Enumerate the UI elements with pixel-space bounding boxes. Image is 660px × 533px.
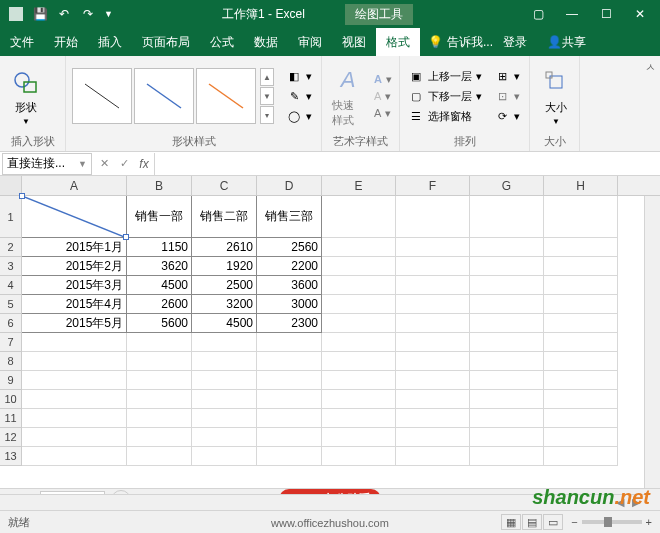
cell[interactable] <box>127 409 192 428</box>
row-header[interactable]: 5 <box>0 295 22 314</box>
cell[interactable] <box>322 238 396 257</box>
cell[interactable] <box>396 409 470 428</box>
cell[interactable] <box>544 196 618 238</box>
cell[interactable] <box>322 196 396 238</box>
cell[interactable] <box>192 371 257 390</box>
group-button[interactable]: ⊡▾ <box>492 87 522 105</box>
cell[interactable] <box>257 428 322 447</box>
cell[interactable] <box>322 333 396 352</box>
bring-forward-button[interactable]: ▣上移一层 ▾ <box>406 67 484 85</box>
row-header[interactable]: 3 <box>0 257 22 276</box>
col-header-g[interactable]: G <box>470 176 544 195</box>
cell[interactable]: 2200 <box>257 257 322 276</box>
cell[interactable] <box>470 390 544 409</box>
cell[interactable] <box>127 428 192 447</box>
rotate-button[interactable]: ⟳▾ <box>492 107 522 125</box>
cell[interactable] <box>470 447 544 466</box>
formula-bar[interactable] <box>154 153 660 175</box>
cell[interactable] <box>470 257 544 276</box>
col-header-d[interactable]: D <box>257 176 322 195</box>
cell[interactable] <box>22 390 127 409</box>
cell[interactable]: 3200 <box>192 295 257 314</box>
cell[interactable] <box>192 390 257 409</box>
row-header[interactable]: 8 <box>0 352 22 371</box>
tell-me[interactable]: 💡告诉我... <box>428 34 493 51</box>
cell[interactable] <box>22 447 127 466</box>
cell[interactable] <box>396 447 470 466</box>
save-icon[interactable]: 💾 <box>32 6 48 22</box>
shape-style-3[interactable] <box>196 68 256 124</box>
cell[interactable] <box>396 238 470 257</box>
cell[interactable]: 2015年2月 <box>22 257 127 276</box>
cell[interactable]: 2300 <box>257 314 322 333</box>
insert-shape-button[interactable]: 形状 ▼ <box>6 64 46 128</box>
tab-file[interactable]: 文件 <box>0 28 44 56</box>
cell[interactable] <box>396 352 470 371</box>
cell[interactable] <box>396 428 470 447</box>
cell[interactable] <box>192 333 257 352</box>
cell[interactable]: 1150 <box>127 238 192 257</box>
cell[interactable] <box>470 428 544 447</box>
cell[interactable] <box>192 409 257 428</box>
cell[interactable] <box>470 238 544 257</box>
text-effects-button[interactable]: A▾ <box>372 106 394 121</box>
cell[interactable] <box>322 352 396 371</box>
shape-outline-button[interactable]: ✎▾ <box>284 87 314 105</box>
cell[interactable] <box>396 314 470 333</box>
col-header-h[interactable]: H <box>544 176 618 195</box>
cell[interactable]: 2610 <box>192 238 257 257</box>
row-header[interactable]: 9 <box>0 371 22 390</box>
cell[interactable]: 2015年5月 <box>22 314 127 333</box>
cell[interactable]: 2015年1月 <box>22 238 127 257</box>
cell[interactable]: 1920 <box>192 257 257 276</box>
cell[interactable]: 销售一部 <box>127 196 192 238</box>
cell[interactable] <box>396 390 470 409</box>
cell[interactable] <box>322 257 396 276</box>
cell[interactable] <box>322 428 396 447</box>
cell[interactable]: 3000 <box>257 295 322 314</box>
cell[interactable] <box>470 314 544 333</box>
col-header-f[interactable]: F <box>396 176 470 195</box>
tab-review[interactable]: 审阅 <box>288 28 332 56</box>
shape-style-1[interactable] <box>72 68 132 124</box>
view-pagebreak-icon[interactable]: ▭ <box>543 514 563 530</box>
zoom-control[interactable]: − + <box>571 516 652 528</box>
cell[interactable]: 4500 <box>127 276 192 295</box>
cell[interactable] <box>257 409 322 428</box>
row-header[interactable]: 1 <box>0 196 22 238</box>
redo-icon[interactable]: ↷ <box>80 6 96 22</box>
cell[interactable]: 2015年4月 <box>22 295 127 314</box>
cell[interactable] <box>127 447 192 466</box>
tab-insert[interactable]: 插入 <box>88 28 132 56</box>
enter-formula-icon[interactable]: ✓ <box>114 157 134 170</box>
cell[interactable] <box>396 276 470 295</box>
zoom-in-icon[interactable]: + <box>646 516 652 528</box>
align-button[interactable]: ⊞▾ <box>492 67 522 85</box>
cell[interactable] <box>544 447 618 466</box>
signin-button[interactable]: 登录 <box>493 28 537 56</box>
ribbon-options-icon[interactable]: ▢ <box>522 2 554 26</box>
cell[interactable] <box>544 390 618 409</box>
cell[interactable] <box>257 333 322 352</box>
shape-effects-button[interactable]: ◯▾ <box>284 107 314 125</box>
cell[interactable] <box>470 196 544 238</box>
cell[interactable] <box>322 314 396 333</box>
fx-icon[interactable]: fx <box>134 157 154 171</box>
row-header[interactable]: 10 <box>0 390 22 409</box>
cell[interactable] <box>396 257 470 276</box>
col-header-b[interactable]: B <box>127 176 192 195</box>
cell[interactable] <box>396 333 470 352</box>
tab-home[interactable]: 开始 <box>44 28 88 56</box>
cell[interactable] <box>470 409 544 428</box>
cell[interactable]: 2560 <box>257 238 322 257</box>
tab-layout[interactable]: 页面布局 <box>132 28 200 56</box>
cell[interactable] <box>322 371 396 390</box>
cell[interactable] <box>192 352 257 371</box>
cell[interactable]: 3600 <box>257 276 322 295</box>
cell[interactable] <box>544 276 618 295</box>
cell[interactable] <box>396 196 470 238</box>
cell[interactable] <box>322 276 396 295</box>
chevron-down-icon[interactable]: ▼ <box>78 159 87 169</box>
cell[interactable] <box>257 390 322 409</box>
cell[interactable] <box>127 371 192 390</box>
